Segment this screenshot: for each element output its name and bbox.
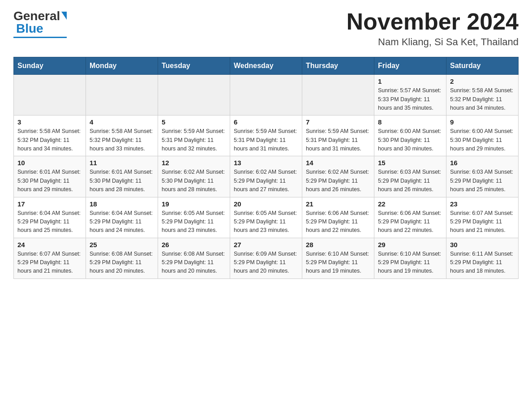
day-info: Sunrise: 6:06 AM Sunset: 5:29 PM Dayligh… bbox=[378, 209, 442, 235]
day-number: 13 bbox=[234, 159, 298, 167]
calendar-header-row: Sunday Monday Tuesday Wednesday Thursday… bbox=[14, 57, 519, 75]
table-row bbox=[14, 75, 86, 116]
day-number: 11 bbox=[90, 159, 154, 167]
table-row: 24Sunrise: 6:07 AM Sunset: 5:29 PM Dayli… bbox=[14, 238, 86, 278]
day-number: 27 bbox=[234, 241, 298, 248]
table-row bbox=[230, 75, 302, 116]
table-row: 14Sunrise: 6:02 AM Sunset: 5:29 PM Dayli… bbox=[302, 156, 374, 197]
table-row: 12Sunrise: 6:02 AM Sunset: 5:30 PM Dayli… bbox=[158, 156, 230, 197]
day-number: 24 bbox=[17, 241, 82, 248]
table-row bbox=[86, 75, 158, 116]
day-info: Sunrise: 6:04 AM Sunset: 5:29 PM Dayligh… bbox=[17, 209, 82, 235]
table-row: 21Sunrise: 6:06 AM Sunset: 5:29 PM Dayli… bbox=[302, 197, 374, 238]
day-number: 28 bbox=[306, 241, 370, 248]
table-row: 3Sunrise: 5:58 AM Sunset: 5:32 PM Daylig… bbox=[14, 116, 86, 156]
calendar-week-row: 1Sunrise: 5:57 AM Sunset: 5:33 PM Daylig… bbox=[14, 75, 519, 116]
col-monday: Monday bbox=[86, 57, 158, 75]
calendar-week-row: 10Sunrise: 6:01 AM Sunset: 5:30 PM Dayli… bbox=[14, 156, 519, 197]
table-row: 4Sunrise: 5:58 AM Sunset: 5:32 PM Daylig… bbox=[86, 116, 158, 156]
day-info: Sunrise: 6:11 AM Sunset: 5:29 PM Dayligh… bbox=[450, 250, 515, 276]
table-row: 8Sunrise: 6:00 AM Sunset: 5:30 PM Daylig… bbox=[374, 116, 446, 156]
calendar-week-row: 24Sunrise: 6:07 AM Sunset: 5:29 PM Dayli… bbox=[14, 238, 519, 278]
table-row: 1Sunrise: 5:57 AM Sunset: 5:33 PM Daylig… bbox=[374, 75, 446, 116]
day-number: 9 bbox=[450, 118, 515, 126]
day-info: Sunrise: 6:03 AM Sunset: 5:29 PM Dayligh… bbox=[378, 168, 442, 194]
day-number: 18 bbox=[90, 200, 154, 208]
table-row bbox=[302, 75, 374, 116]
day-info: Sunrise: 6:10 AM Sunset: 5:29 PM Dayligh… bbox=[306, 250, 370, 276]
day-info: Sunrise: 6:00 AM Sunset: 5:30 PM Dayligh… bbox=[378, 127, 442, 153]
day-info: Sunrise: 6:04 AM Sunset: 5:29 PM Dayligh… bbox=[90, 209, 154, 235]
table-row: 5Sunrise: 5:59 AM Sunset: 5:31 PM Daylig… bbox=[158, 116, 230, 156]
table-row: 28Sunrise: 6:10 AM Sunset: 5:29 PM Dayli… bbox=[302, 238, 374, 278]
table-row: 25Sunrise: 6:08 AM Sunset: 5:29 PM Dayli… bbox=[86, 238, 158, 278]
table-row: 17Sunrise: 6:04 AM Sunset: 5:29 PM Dayli… bbox=[14, 197, 86, 238]
day-info: Sunrise: 6:07 AM Sunset: 5:29 PM Dayligh… bbox=[17, 250, 82, 276]
location-subtitle: Nam Kliang, Si Sa Ket, Thailand bbox=[347, 36, 519, 48]
logo-blue-text: Blue bbox=[16, 21, 43, 36]
table-row: 2Sunrise: 5:58 AM Sunset: 5:32 PM Daylig… bbox=[446, 75, 519, 116]
table-row: 22Sunrise: 6:06 AM Sunset: 5:29 PM Dayli… bbox=[374, 197, 446, 238]
day-info: Sunrise: 6:09 AM Sunset: 5:29 PM Dayligh… bbox=[234, 250, 298, 276]
day-info: Sunrise: 6:06 AM Sunset: 5:29 PM Dayligh… bbox=[306, 209, 370, 235]
table-row: 26Sunrise: 6:08 AM Sunset: 5:29 PM Dayli… bbox=[158, 238, 230, 278]
day-number: 16 bbox=[450, 159, 515, 167]
day-number: 26 bbox=[162, 241, 226, 248]
day-info: Sunrise: 6:02 AM Sunset: 5:29 PM Dayligh… bbox=[234, 168, 298, 194]
day-number: 22 bbox=[378, 200, 442, 208]
table-row: 11Sunrise: 6:01 AM Sunset: 5:30 PM Dayli… bbox=[86, 156, 158, 197]
title-block: November 2024 Nam Kliang, Si Sa Ket, Tha… bbox=[347, 9, 519, 48]
day-info: Sunrise: 5:59 AM Sunset: 5:31 PM Dayligh… bbox=[234, 127, 298, 153]
day-info: Sunrise: 5:58 AM Sunset: 5:32 PM Dayligh… bbox=[450, 86, 515, 112]
day-number: 19 bbox=[162, 200, 226, 208]
day-number: 2 bbox=[450, 77, 515, 85]
table-row: 20Sunrise: 6:05 AM Sunset: 5:29 PM Dayli… bbox=[230, 197, 302, 238]
day-number: 1 bbox=[378, 77, 442, 85]
day-info: Sunrise: 5:59 AM Sunset: 5:31 PM Dayligh… bbox=[162, 127, 226, 153]
day-info: Sunrise: 6:01 AM Sunset: 5:30 PM Dayligh… bbox=[17, 168, 82, 194]
day-number: 7 bbox=[306, 118, 370, 126]
day-number: 17 bbox=[17, 200, 82, 208]
table-row: 30Sunrise: 6:11 AM Sunset: 5:29 PM Dayli… bbox=[446, 238, 519, 278]
day-number: 29 bbox=[378, 241, 442, 248]
day-number: 20 bbox=[234, 200, 298, 208]
day-info: Sunrise: 6:05 AM Sunset: 5:29 PM Dayligh… bbox=[234, 209, 298, 235]
table-row: 16Sunrise: 6:03 AM Sunset: 5:29 PM Dayli… bbox=[446, 156, 519, 197]
calendar-week-row: 3Sunrise: 5:58 AM Sunset: 5:32 PM Daylig… bbox=[14, 116, 519, 156]
day-number: 8 bbox=[378, 118, 442, 126]
day-number: 23 bbox=[450, 200, 515, 208]
day-info: Sunrise: 6:03 AM Sunset: 5:29 PM Dayligh… bbox=[450, 168, 515, 194]
table-row: 23Sunrise: 6:07 AM Sunset: 5:29 PM Dayli… bbox=[446, 197, 519, 238]
calendar-table: Sunday Monday Tuesday Wednesday Thursday… bbox=[13, 57, 519, 279]
col-sunday: Sunday bbox=[14, 57, 86, 75]
day-info: Sunrise: 6:02 AM Sunset: 5:30 PM Dayligh… bbox=[162, 168, 226, 194]
day-number: 12 bbox=[162, 159, 226, 167]
day-info: Sunrise: 5:57 AM Sunset: 5:33 PM Dayligh… bbox=[378, 86, 442, 112]
day-number: 25 bbox=[90, 241, 154, 248]
logo-underline bbox=[13, 37, 67, 38]
day-info: Sunrise: 5:58 AM Sunset: 5:32 PM Dayligh… bbox=[17, 127, 82, 153]
day-number: 21 bbox=[306, 200, 370, 208]
table-row bbox=[158, 75, 230, 116]
col-saturday: Saturday bbox=[446, 57, 519, 75]
logo: General Blue bbox=[13, 9, 67, 38]
table-row: 10Sunrise: 6:01 AM Sunset: 5:30 PM Dayli… bbox=[14, 156, 86, 197]
logo-triangle-icon bbox=[61, 12, 67, 20]
day-number: 15 bbox=[378, 159, 442, 167]
day-number: 4 bbox=[90, 118, 154, 126]
day-info: Sunrise: 6:10 AM Sunset: 5:29 PM Dayligh… bbox=[378, 250, 442, 276]
col-tuesday: Tuesday bbox=[158, 57, 230, 75]
table-row: 9Sunrise: 6:00 AM Sunset: 5:30 PM Daylig… bbox=[446, 116, 519, 156]
table-row: 15Sunrise: 6:03 AM Sunset: 5:29 PM Dayli… bbox=[374, 156, 446, 197]
day-info: Sunrise: 6:01 AM Sunset: 5:30 PM Dayligh… bbox=[90, 168, 154, 194]
table-row: 7Sunrise: 5:59 AM Sunset: 5:31 PM Daylig… bbox=[302, 116, 374, 156]
day-number: 10 bbox=[17, 159, 82, 167]
col-wednesday: Wednesday bbox=[230, 57, 302, 75]
day-number: 5 bbox=[162, 118, 226, 126]
day-info: Sunrise: 5:59 AM Sunset: 5:31 PM Dayligh… bbox=[306, 127, 370, 153]
calendar-week-row: 17Sunrise: 6:04 AM Sunset: 5:29 PM Dayli… bbox=[14, 197, 519, 238]
day-info: Sunrise: 6:08 AM Sunset: 5:29 PM Dayligh… bbox=[90, 250, 154, 276]
day-number: 6 bbox=[234, 118, 298, 126]
table-row: 6Sunrise: 5:59 AM Sunset: 5:31 PM Daylig… bbox=[230, 116, 302, 156]
day-info: Sunrise: 6:07 AM Sunset: 5:29 PM Dayligh… bbox=[450, 209, 515, 235]
